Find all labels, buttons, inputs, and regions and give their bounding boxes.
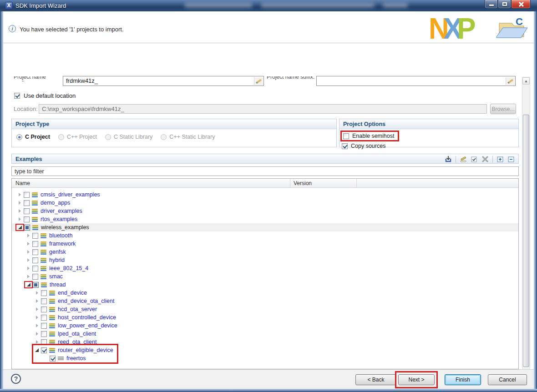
tree-checkbox-unchecked[interactable] [24,200,30,206]
tree-item-low_power_end_device[interactable]: low_power_end_device [12,322,518,330]
expand-all-icon[interactable] [496,156,504,163]
expand-arrow-icon[interactable] [27,234,30,237]
tree-checkbox-unchecked[interactable] [41,331,47,337]
select-all-icon[interactable] [471,156,478,163]
project-name-suffix-input[interactable] [316,76,516,86]
browse-button[interactable]: Browse... [490,104,516,114]
expand-arrow-icon[interactable] [36,332,38,336]
project-name-prefix-input[interactable]: frdmkw41z_ [63,76,264,86]
collapse-arrow-icon[interactable] [35,348,39,352]
tree-checkbox-unchecked[interactable] [32,257,38,263]
tree-item-host_controlled_device[interactable]: host_controlled_device [12,313,518,322]
close-button[interactable] [511,0,531,9]
vertical-scrollbar[interactable]: ▲ ▼ [522,77,530,378]
radio-option-c-project[interactable]: C Project [16,134,50,140]
minimize-button[interactable] [485,0,498,9]
tree-checkbox-partial[interactable] [33,282,39,288]
tree-item-freertos[interactable]: freertos [12,354,518,362]
expand-arrow-icon[interactable] [19,217,21,221]
expand-arrow-icon[interactable] [27,266,30,270]
tree-item-smac[interactable]: smac [12,272,518,281]
tree-item-hybrid[interactable]: hybrid [12,256,518,264]
deselect-all-icon[interactable] [481,156,489,163]
project-name-prefix-label: Project name prefix: [14,76,62,81]
tree-item-driver_examples[interactable]: driver_examples [12,207,518,215]
tree-item-cmsis_driver_examples[interactable]: cmsis_driver_examples [12,191,518,199]
edit-icon[interactable] [460,156,467,163]
expand-arrow-icon[interactable] [36,299,38,303]
expand-arrow-icon[interactable] [36,316,38,319]
import-examples-icon[interactable] [445,156,452,163]
tree-item-genfsk[interactable]: genfsk [12,248,518,256]
titlebar[interactable]: X SDK Import Wizard [0,0,537,11]
radio-icon[interactable] [161,134,167,140]
cancel-button[interactable]: Cancel [488,374,527,385]
radio-option-c-static-library[interactable]: C Static Library [105,134,152,140]
expand-arrow-icon[interactable] [19,201,21,205]
collapse-all-icon[interactable] [507,156,515,163]
tree-item-demo_apps[interactable]: demo_apps [12,199,518,207]
expand-arrow-icon[interactable] [27,250,30,254]
collapse-arrow-icon[interactable] [18,226,22,229]
examples-filter-input[interactable] [11,166,519,176]
tree-checkbox-checked[interactable] [41,347,47,353]
expand-arrow-icon[interactable] [27,258,30,262]
radio-option-c-project[interactable]: C++ Project [58,134,97,140]
tree-checkbox-unchecked[interactable] [32,274,38,280]
tree-checkbox-unchecked[interactable] [41,307,47,312]
tree-item-hcd_ota_server[interactable]: hcd_ota_server [12,305,518,313]
examples-table-header[interactable]: Name Version [12,179,518,188]
expand-arrow-icon[interactable] [36,340,38,344]
scroll-up-button[interactable]: ▲ [522,77,530,85]
tree-checkbox-unchecked[interactable] [41,298,47,304]
tree-checkbox-unchecked[interactable] [41,290,47,296]
tree-item-rtos_examples[interactable]: rtos_examples [12,215,518,223]
tree-item-lped_ota_client[interactable]: lped_ota_client [12,330,518,338]
tree-checkbox-unchecked[interactable] [41,323,47,329]
tree-item-router_eligible_device[interactable]: router_eligible_device [12,346,518,354]
tree-checkbox-unchecked[interactable] [41,339,47,345]
expand-arrow-icon[interactable] [19,193,21,196]
column-divider [356,179,357,188]
radio-option-c-static-library[interactable]: C++ Static Library [161,134,215,140]
tree-item-framework[interactable]: framework [12,240,518,248]
expand-arrow-icon[interactable] [36,307,38,311]
maximize-button[interactable] [498,0,511,9]
tree-item-bluetooth[interactable]: bluetooth [12,231,518,240]
expand-arrow-icon[interactable] [36,291,38,295]
collapse-arrow-icon[interactable] [27,283,30,286]
radio-icon[interactable] [105,134,111,140]
scrollbar-thumb[interactable] [523,115,529,367]
expand-arrow-icon[interactable] [36,324,38,327]
use-default-location-checkbox[interactable] [14,93,20,99]
tree-checkbox-partial[interactable] [24,225,30,231]
help-button[interactable]: ? [11,374,21,384]
next-button[interactable]: Next > [398,374,435,385]
back-button[interactable]: < Back [355,374,396,385]
tree-checkbox-unchecked[interactable] [32,249,38,255]
finish-button[interactable]: Finish [445,374,481,385]
radio-icon[interactable] [58,134,64,140]
tree-item-ieee_802_15_4[interactable]: ieee_802_15_4 [12,264,518,272]
tree-item-end_device[interactable]: end_device [12,289,518,297]
tree-item-thread[interactable]: thread [12,281,518,289]
tree-item-end_device_ota_client[interactable]: end_device_ota_client [12,297,518,305]
tree-checkbox-unchecked[interactable] [24,216,30,222]
tree-checkbox-unchecked[interactable] [41,315,47,321]
radio-icon[interactable] [16,134,22,140]
expand-arrow-icon[interactable] [27,275,30,278]
tree-checkbox-unchecked[interactable] [32,241,38,247]
copy-sources-checkbox[interactable] [342,143,348,149]
enable-semihost-checkbox[interactable] [343,133,349,139]
tree-checkbox-unchecked[interactable] [24,192,30,198]
expand-arrow-icon[interactable] [27,242,30,246]
tree-checkbox-unchecked[interactable] [32,233,38,239]
tree-item-reed_ota_client[interactable]: reed_ota_client [12,338,518,346]
tree-checkbox-unchecked[interactable] [32,266,38,271]
tree-checkbox-checked[interactable] [50,356,56,362]
tree-checkbox-unchecked[interactable] [24,208,30,214]
column-header-version[interactable]: Version [294,180,312,186]
tree-item-wireless_examples[interactable]: wireless_examples [12,223,518,231]
expand-arrow-icon[interactable] [19,209,21,213]
column-header-name[interactable]: Name [15,180,30,186]
